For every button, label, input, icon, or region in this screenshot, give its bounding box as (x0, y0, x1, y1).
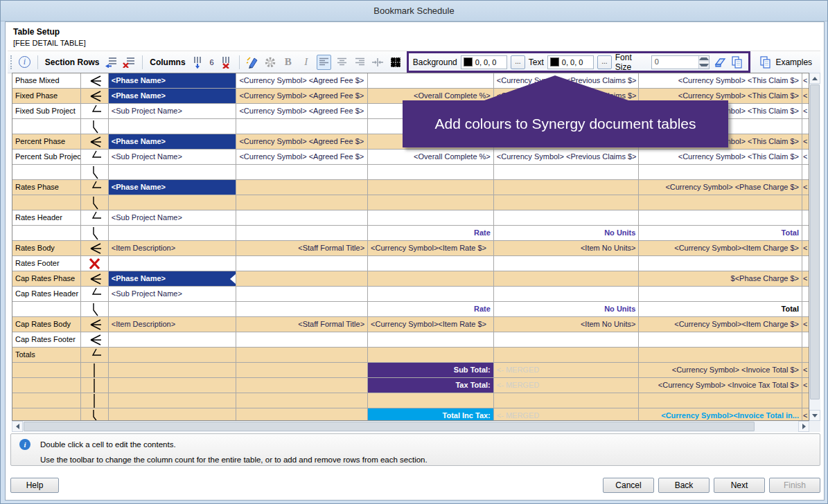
align-left-button[interactable] (317, 55, 331, 70)
table-cell[interactable] (639, 210, 802, 225)
vertical-scroll-thumb[interactable] (810, 84, 820, 399)
table-cell[interactable] (236, 271, 368, 286)
clear-formatting-button[interactable] (713, 55, 727, 70)
scroll-left-button[interactable] (12, 421, 23, 432)
table-cell[interactable]: <Phase Name> (109, 271, 237, 286)
table-cell[interactable] (109, 348, 237, 362)
table-cell[interactable]: <Phase Name> (109, 134, 237, 149)
table-cell[interactable]: <- MERGED (494, 378, 640, 393)
table-cell[interactable] (639, 195, 802, 210)
table-cell[interactable]: <Phase Name> (109, 180, 237, 195)
table-cell[interactable] (236, 210, 368, 225)
table-cell[interactable] (639, 348, 802, 362)
table-cell[interactable]: <Overall Complete %> (368, 150, 494, 164)
table-cell[interactable]: <Item No Units> (494, 317, 640, 332)
table-cell[interactable] (236, 226, 368, 240)
table-cell[interactable]: Sub Total: (368, 363, 494, 377)
table-cell[interactable] (368, 195, 494, 210)
table-cell[interactable] (109, 363, 237, 377)
merge-cells-button[interactable] (371, 55, 385, 70)
table-cell[interactable] (236, 408, 368, 421)
table-cell[interactable]: <Currency Symbol><Invoice Total in... (639, 408, 802, 421)
background-colour-field[interactable]: 0, 0, 0 (461, 55, 507, 69)
examples-button[interactable]: Examples (754, 55, 818, 70)
back-button[interactable]: Back (658, 478, 710, 493)
table-cell[interactable]: <Currency Symbol><Item Rate $> (368, 241, 494, 255)
toolbar-grip[interactable] (10, 55, 12, 69)
table-cell[interactable] (368, 332, 494, 347)
scroll-up-button[interactable] (809, 73, 820, 84)
table-cell[interactable]: Rate (368, 302, 494, 316)
table-cell[interactable]: <Currency Symbol> <Agreed Fee $> (236, 89, 368, 103)
text-colour-field[interactable]: 0, 0, 0 (547, 55, 594, 69)
horizontal-scroll-thumb[interactable] (24, 422, 755, 431)
table-cell[interactable]: <Currency Symbol><Item Charge $> (639, 241, 802, 255)
table-cell[interactable] (494, 393, 640, 408)
help-info-button[interactable]: i (17, 55, 32, 70)
table-cell[interactable] (368, 180, 494, 195)
table-cell[interactable]: <Currency Symbol> <This Claim $> (639, 150, 802, 164)
table-cell[interactable] (236, 119, 368, 134)
table-cell[interactable] (368, 393, 494, 408)
table-cell[interactable] (236, 363, 368, 377)
table-cell[interactable] (639, 165, 802, 179)
table-cell[interactable] (236, 165, 368, 179)
table-cell[interactable] (494, 180, 640, 195)
table-borders-button[interactable] (389, 55, 403, 70)
table-cell[interactable]: Total (639, 302, 802, 316)
table-cell[interactable]: No Units (494, 302, 640, 316)
table-cell[interactable] (639, 393, 802, 408)
delete-section-row-button[interactable] (122, 55, 136, 70)
table-cell[interactable]: <Item Description> (109, 241, 237, 255)
table-cell[interactable] (109, 302, 237, 316)
help-button[interactable]: Help (10, 478, 59, 493)
table-cell[interactable]: <Currency Symbol> <Agreed Fee $> (236, 104, 368, 118)
table-cell[interactable]: <Currency Symbol> <Previous Claims $> (494, 150, 640, 164)
table-cell[interactable] (109, 393, 237, 408)
table-cell[interactable]: <Currency Symbol> <Phase Charge $> (639, 180, 802, 195)
table-cell[interactable] (236, 332, 368, 347)
table-cell[interactable]: <- MERGED (494, 363, 640, 377)
add-column-button[interactable] (191, 55, 205, 70)
table-cell[interactable] (639, 287, 802, 301)
table-cell[interactable]: <Item No Units> (494, 241, 640, 255)
table-cell[interactable] (236, 393, 368, 408)
table-cell[interactable] (236, 287, 368, 301)
table-cell[interactable] (639, 256, 802, 271)
table-cell[interactable] (494, 348, 640, 362)
table-cell[interactable]: <Currency Symbol> <Agreed Fee $> (236, 73, 368, 88)
table-cell[interactable] (109, 378, 237, 393)
table-cell[interactable]: No Units (494, 226, 640, 240)
align-right-button[interactable] (353, 55, 367, 70)
table-cell[interactable]: <Currency Symbol> <Agreed Fee $> (236, 150, 368, 164)
cancel-button[interactable]: Cancel (603, 478, 654, 493)
bold-button[interactable]: B (281, 55, 295, 70)
font-size-down-button[interactable] (699, 62, 709, 69)
table-cell[interactable] (109, 226, 237, 240)
table-cell[interactable]: <Currency Symbol><Item Charge $> (639, 317, 802, 332)
delete-column-button[interactable] (219, 55, 234, 70)
table-cell[interactable] (236, 256, 368, 271)
table-cell[interactable]: <Sub Project Name> (109, 210, 237, 225)
table-cell[interactable] (236, 180, 368, 195)
table-cell[interactable]: Total (639, 226, 802, 240)
table-cell[interactable] (109, 165, 237, 179)
table-cell[interactable] (368, 256, 494, 271)
table-cell[interactable]: Total Inc Tax: (368, 408, 494, 421)
table-cell[interactable] (368, 348, 494, 362)
table-cell[interactable]: <Sub Project Name> (109, 150, 237, 164)
table-cell[interactable]: Rate (368, 226, 494, 240)
table-cell[interactable]: <Currency Symbol> <Invoice Tax Total $> (639, 378, 802, 393)
table-cell[interactable] (236, 348, 368, 362)
table-cell[interactable] (494, 195, 640, 210)
table-cell[interactable]: <Staff Formal Title> (236, 317, 368, 332)
table-cell[interactable] (236, 302, 368, 316)
table-cell[interactable] (109, 256, 237, 271)
table-cell[interactable]: Tax Total: (368, 378, 494, 393)
text-colour-browse-button[interactable]: ... (597, 55, 612, 69)
table-cell[interactable] (494, 256, 640, 271)
table-cell[interactable] (368, 271, 494, 286)
table-cell[interactable] (109, 408, 237, 421)
scroll-down-button[interactable] (809, 410, 820, 421)
table-cell[interactable] (639, 332, 802, 347)
